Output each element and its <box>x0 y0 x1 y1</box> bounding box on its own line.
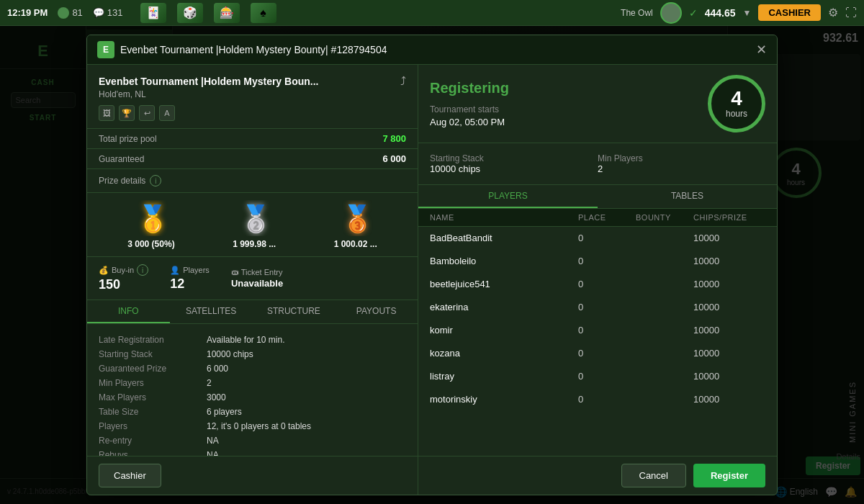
table-row: kozana 0 10000 <box>418 342 777 365</box>
tournament-modal: E Evenbet Tournament |Holdem Mystery Bou… <box>86 35 778 495</box>
ticket-label: 🎟 Ticket Entry <box>231 268 283 276</box>
players-online-stat: 81 <box>58 7 82 19</box>
game-icon-4[interactable]: ♠ <box>251 3 276 23</box>
col-place: PLACE <box>578 213 636 222</box>
icon-box-2: 🏆 <box>119 105 135 121</box>
table-row: ekaterina 0 10000 <box>418 296 777 319</box>
tab-payouts[interactable]: PAYOUTS <box>335 300 418 323</box>
cashier-button[interactable]: Cashier <box>99 464 161 487</box>
game2-icon: 🎲 <box>177 3 203 23</box>
modal-right-panel: Registering Tournament starts Aug 02, 05… <box>418 65 777 495</box>
players-tables-tabs: PLAYERS TABLES <box>418 185 777 209</box>
tables-count: 131 <box>107 7 123 18</box>
tournament-starts-block: Tournament starts Aug 02, 05:00 PM <box>430 102 509 127</box>
fullscreen-icon[interactable]: ⛶ <box>845 6 857 19</box>
trophy-2nd: 🥈 1 999.98 ... <box>233 200 276 249</box>
svg-text:🥉: 🥉 <box>341 203 374 234</box>
chat-bubble-icon: 💬 <box>93 7 104 18</box>
ticket-value: Unavailable <box>231 278 283 289</box>
tables-stat: 💬 131 <box>93 7 123 18</box>
modal-titlebar: E Evenbet Tournament |Holdem Mystery Bou… <box>87 35 777 65</box>
prize-details-label: Prize details <box>99 176 145 186</box>
game3-icon: 🎰 <box>214 3 240 23</box>
info-table: Late Registration Available for 10 min. … <box>87 324 418 456</box>
info-row-late-reg: Late Registration Available for 10 min. <box>99 333 406 347</box>
balance-amount: 444.65 <box>705 7 736 19</box>
timer-circle: 4 hours <box>708 75 765 132</box>
info-row-max-players: Max Players 3000 <box>99 390 406 405</box>
tab-tables[interactable]: TABLES <box>598 185 777 208</box>
avatar <box>660 2 682 24</box>
col-name: NAME <box>430 213 578 222</box>
cancel-button[interactable]: Cancel <box>621 464 686 487</box>
info-row-reentry: Re-entry NA <box>99 433 406 448</box>
registering-section: Registering Tournament starts Aug 02, 05… <box>418 65 777 143</box>
trophy-1st-amount: 3 000 (50%) <box>127 239 174 249</box>
ticket-item: 🎟 Ticket Entry Unavailable <box>231 268 283 289</box>
info-icon[interactable]: i <box>150 175 161 186</box>
modal-overlay: E Evenbet Tournament |Holdem Mystery Bou… <box>0 26 864 504</box>
svg-text:🥇: 🥇 <box>137 203 169 234</box>
prize-pool-row: Total prize pool 7 800 <box>87 129 418 149</box>
icon-box-1: 🖼 <box>99 105 114 121</box>
cashier-top-button[interactable]: CASHIER <box>758 4 821 21</box>
guaranteed-value: 6 000 <box>382 153 406 164</box>
poker-icon: 🃏 <box>140 3 166 23</box>
timer-unit: hours <box>726 109 747 119</box>
tab-structure[interactable]: STRUCTURE <box>253 300 336 323</box>
info-row-min-players: Min Players 2 <box>99 376 406 390</box>
top-bar-right: The Owl ✓ 444.65 ▼ CASHIER ⚙ ⛶ <box>621 2 857 24</box>
trophy-2nd-amount: 1 999.98 ... <box>233 239 276 249</box>
table-row: Bamboleilo 0 10000 <box>418 250 777 273</box>
tab-players[interactable]: PLAYERS <box>418 185 598 208</box>
share-button[interactable]: ⤴ <box>400 75 406 88</box>
info-row-rebuys: Rebuys NA <box>99 448 406 456</box>
game-nav-icons: 🃏 🎲 🎰 ♠ <box>133 3 284 23</box>
game-icon-2[interactable]: 🎲 <box>177 3 203 23</box>
starting-stack-value: 10000 chips <box>430 163 598 174</box>
starting-stack-label: Starting Stack <box>430 153 598 163</box>
game-type: Hold'em, NL <box>99 89 318 99</box>
close-icon[interactable]: ✕ <box>756 43 767 56</box>
buyin-row: 💰 Buy-in i 150 👤 Players 12 <box>87 257 418 300</box>
tournament-header: Evenbet Tournament |Holdem Mystery Boun.… <box>87 65 418 129</box>
info-row-table-size: Table Size 6 players <box>99 405 406 419</box>
coin-icon: 💰 <box>99 266 109 275</box>
register-button[interactable]: Register <box>693 464 765 487</box>
modal-right-bottom: Cancel Register <box>418 456 777 495</box>
info-row-stack: Starting Stack 10000 chips <box>99 347 406 361</box>
tourney-info-right: Starting Stack 10000 chips Min Players 2 <box>418 143 777 185</box>
table-row: beetlejuice541 0 10000 <box>418 273 777 296</box>
status-icon: ✓ <box>689 7 698 19</box>
settings-icon[interactable]: ⚙ <box>828 6 838 19</box>
timer-number: 4 <box>731 89 742 109</box>
tab-satellites[interactable]: SATELLITES <box>170 300 253 323</box>
info-row-players: Players 12, it's 0 players at 0 tables <box>99 419 406 433</box>
game-icon-3[interactable]: 🎰 <box>214 3 240 23</box>
main-area: E CASH START In 0 sec. Aug 02, 05:00 PM … <box>0 26 864 504</box>
prize-pool-value: 7 800 <box>382 133 406 144</box>
icon-box-4: A <box>159 105 175 121</box>
tab-info[interactable]: INFO <box>87 300 170 323</box>
modal-left-panel: Evenbet Tournament |Holdem Mystery Boun.… <box>87 65 418 495</box>
players-icon: 👤 <box>170 266 180 275</box>
tourney-icons: 🖼 🏆 ↩ A <box>99 105 406 121</box>
players-label: 👤 Players <box>170 266 210 275</box>
tournament-starts-value: Aug 02, 05:00 PM <box>430 117 509 127</box>
registering-title: Registering <box>430 80 509 96</box>
modal-logo: E <box>97 41 114 58</box>
players-count-val: 12 <box>170 276 210 292</box>
ticket-icon: 🎟 <box>231 268 239 276</box>
game-icon-poker[interactable]: 🃏 <box>140 3 166 23</box>
guaranteed-label: Guaranteed <box>99 154 144 164</box>
buyin-value: 150 <box>99 277 148 292</box>
col-chips: CHIPS/PRIZE <box>693 213 765 222</box>
icon-box-3: ↩ <box>139 105 155 121</box>
modal-title: Evenbet Tournament |Holdem Mystery Bount… <box>120 44 750 55</box>
dropdown-icon[interactable]: ▼ <box>743 8 752 18</box>
buyin-info-icon[interactable]: i <box>137 264 148 276</box>
min-players-label: Min Players <box>598 153 765 163</box>
registering-block: Registering Tournament starts Aug 02, 05… <box>430 80 509 127</box>
trophies-row: 🥇 3 000 (50%) 🥈 1 <box>87 193 418 257</box>
info-row-guaranteed: Guaranteed Prize 6 000 <box>99 361 406 376</box>
